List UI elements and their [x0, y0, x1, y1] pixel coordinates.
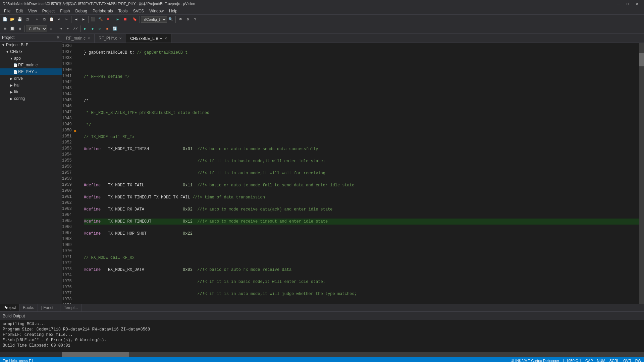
tb2-btn1[interactable]: ▤ [1, 25, 9, 33]
tb2-btn2[interactable]: 🔲 [9, 25, 16, 33]
save-btn[interactable]: 💾 [16, 16, 23, 23]
bottom-tab-project[interactable]: Project [0, 304, 19, 311]
tb2-stop-btn[interactable]: ■ [104, 25, 111, 33]
menu-file[interactable]: File [1, 8, 13, 14]
h-scrollbar-thumb[interactable] [62, 352, 129, 357]
tree-rfmain[interactable]: 📄 RF_main.c [0, 62, 62, 68]
right-scrollbar[interactable] [639, 43, 644, 304]
tb2-indent-btn[interactable]: ⇥ [57, 25, 64, 33]
build-line-5: Build Time Elapsed: 00:00:01 [3, 343, 641, 348]
tree-app[interactable]: ▼ app [0, 55, 62, 62]
tb2-btn3[interactable]: ⊞ [16, 25, 23, 33]
tab-ch57xble-label: CH57xBLE_LIB.H [130, 36, 162, 41]
sep2 [71, 16, 71, 23]
menu-peripherals[interactable]: Peripherals [90, 8, 116, 14]
sep5 [130, 16, 130, 23]
tab-ch57xble[interactable]: CH57xBLE_LIB.H ✕ [126, 34, 171, 43]
scrollbar-thumb[interactable] [639, 53, 644, 66]
code-line-1944: #define TX_MODE_TX_FINISH 0x01 //!< basi… [84, 146, 639, 152]
bottom-tab-project-label: Project [3, 305, 16, 310]
tb2-next-btn[interactable]: ▶ [82, 25, 89, 33]
target-dropdown[interactable]: CH57x [26, 25, 47, 32]
help-btn[interactable]: ? [192, 16, 199, 23]
tree-hal[interactable]: ▶ hal [0, 82, 62, 88]
config-dropdown[interactable]: rfConfig_t [141, 16, 167, 23]
code-line-1951: #define TX_MODE_HOP_SHUT 0x22 [84, 231, 639, 237]
view-btn[interactable]: 👁 [177, 16, 184, 23]
copy-btn[interactable]: ⧉ [41, 16, 48, 23]
tab-ch57xble-close[interactable]: ✕ [164, 37, 167, 40]
cut-btn[interactable]: ✂ [33, 16, 41, 23]
bookmarks-btn[interactable]: 🔖 [131, 16, 139, 23]
redo-btn[interactable]: ↪ [63, 16, 70, 23]
save-all-btn[interactable]: 🗂 [23, 16, 31, 23]
tree-lib[interactable]: ▶ lib [0, 88, 62, 95]
code-line-1949: #define TX_MODE_RX_DATA 0x02 //!< auto t… [84, 206, 639, 213]
close-button[interactable]: ✕ [633, 0, 641, 7]
nav-back-btn[interactable]: ◀ [72, 16, 80, 23]
current-line-arrow: ▶ [74, 128, 80, 134]
menu-flash[interactable]: Flash [57, 8, 72, 14]
tree-ch57x[interactable]: ▼ CH57x [0, 48, 62, 55]
tree-rfphy[interactable]: 📄 RF_PHY.c [0, 68, 62, 75]
menu-svcs[interactable]: SVCS [130, 8, 147, 14]
horizontal-scrollbar[interactable] [62, 352, 644, 357]
new-file-btn[interactable]: 📄 [1, 16, 9, 23]
maximize-button[interactable]: □ [623, 0, 632, 7]
open-btn[interactable]: 📂 [9, 16, 16, 23]
tb2-unindent-btn[interactable]: ⇤ [64, 25, 72, 33]
tab-rfmain[interactable]: RF_main.c ✕ [62, 34, 95, 43]
sep3 [88, 16, 89, 23]
tree-drive-label: drive [14, 76, 62, 81]
menu-help[interactable]: Help [166, 8, 180, 14]
tree-drive[interactable]: ▶ drive [0, 75, 62, 82]
minimize-button[interactable]: ─ [614, 0, 623, 7]
sep1 [32, 16, 32, 23]
tb2-run-btn[interactable]: ▷ [96, 25, 104, 33]
debug-btn[interactable]: ▶ [114, 16, 121, 23]
bottom-tab-templ[interactable]: Templ... [60, 304, 82, 311]
tab-rfmain-close[interactable]: ✕ [88, 37, 90, 40]
toolbar2: ▤ 🔲 ⊞ CH57x ✏ ⇥ ⇤ // ▶ ◆ ▷ ■ 🔃 [0, 24, 644, 34]
menu-debug[interactable]: Debug [73, 8, 90, 14]
tab-rfphy-label: RF_PHY.c [99, 36, 117, 41]
project-tree: ▼ Project: BLE ▼ CH57x ▼ app 📄 RF_main.c… [0, 42, 62, 304]
options-btn[interactable]: ⚙ [184, 16, 192, 23]
tab-rfphy[interactable]: RF_PHY.c ✕ [95, 34, 126, 43]
bottom-tab-books[interactable]: Books [19, 304, 38, 311]
tree-config[interactable]: ▶ config [0, 95, 62, 102]
code-line-1957: //!< if it matches,it will send data(ack… [84, 303, 639, 304]
tb2-refresh-btn[interactable]: 🔃 [111, 25, 118, 33]
statusbar-num: NUM [597, 359, 605, 362]
paste-btn[interactable]: 📋 [48, 16, 55, 23]
project-close-icon[interactable]: ✕ [56, 35, 60, 40]
tb2-select-btn[interactable]: ✏ [47, 25, 55, 33]
statusbar-debugger: ULINK2/ME Cortex Debugger [511, 359, 559, 362]
tree-project-root[interactable]: ▼ Project: BLE [0, 42, 62, 48]
menu-tools[interactable]: Tools [116, 8, 130, 14]
build-btn[interactable]: ⬛ [90, 16, 97, 23]
menu-edit[interactable]: Edit [13, 8, 25, 14]
tab-rfphy-close[interactable]: ✕ [119, 37, 122, 40]
search-btn[interactable]: 🔍 [167, 16, 174, 23]
tree-rfmain-label: RF_main.c [18, 63, 62, 67]
stop-btn[interactable]: ✖ [104, 16, 112, 23]
rebuild-btn[interactable]: 🔨 [97, 16, 104, 23]
bottom-tab-funct[interactable]: | Funct... [38, 304, 60, 311]
undo-btn[interactable]: ↩ [55, 16, 63, 23]
menu-project[interactable]: Project [40, 8, 57, 14]
tree-lib-label: lib [14, 89, 62, 94]
code-content[interactable]: } gapCentralRoleCB_t; // gapCentralRoleC… [80, 43, 639, 304]
menu-view[interactable]: View [25, 8, 40, 14]
project-panel-header: Project ✕ [0, 34, 62, 42]
nav-fwd-btn[interactable]: ▶ [80, 16, 87, 23]
titlebar: D:\BaiduNetdiskDownload\CH579官方例程\CH579E… [0, 0, 644, 7]
code-line-1939 [84, 86, 639, 92]
tb2-comment-btn[interactable]: // [72, 25, 79, 33]
bottom-tab-templ-label: Templ... [64, 305, 78, 310]
tb2-green-btn[interactable]: ◆ [89, 25, 96, 33]
debug-stop-btn[interactable]: ⏹ [121, 16, 129, 23]
menu-window[interactable]: Window [147, 8, 166, 14]
titlebar-title: D:\BaiduNetdiskDownload\CH579官方例程\CH579E… [3, 1, 195, 6]
code-scroll-area[interactable]: 1936 1937 1938 1939 1940 1941 1942 1943 … [62, 43, 644, 304]
